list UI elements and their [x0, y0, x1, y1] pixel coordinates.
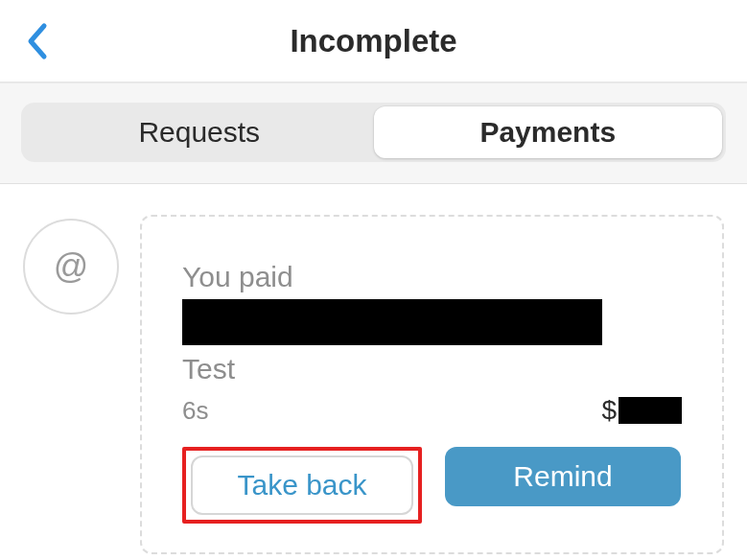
segment-control: Requests Payments	[21, 103, 726, 162]
transaction-note: Test	[182, 353, 682, 385]
page-title: Incomplete	[0, 23, 747, 59]
transaction-card: You paid Test 6s $ Take back Remind	[140, 215, 724, 554]
currency-symbol: $	[601, 395, 617, 426]
amount-redacted	[619, 397, 682, 424]
chevron-left-icon	[25, 22, 48, 60]
back-button[interactable]	[25, 22, 48, 60]
meta-row: 6s $	[182, 395, 682, 426]
content-area: @ You paid Test 6s $ Take back Remind	[0, 184, 747, 554]
action-row: Take back Remind	[182, 447, 682, 524]
take-back-button[interactable]: Take back	[191, 455, 413, 515]
tab-requests[interactable]: Requests	[25, 106, 374, 158]
remind-button[interactable]: Remind	[445, 447, 681, 506]
recipient-redacted	[182, 299, 602, 345]
timestamp: 6s	[182, 396, 208, 426]
tab-payments[interactable]: Payments	[374, 106, 723, 158]
avatar[interactable]: @	[23, 219, 119, 315]
you-paid-label: You paid	[182, 261, 682, 293]
take-back-highlight: Take back	[182, 447, 422, 524]
segment-container: Requests Payments	[0, 82, 747, 184]
amount: $	[601, 395, 682, 426]
at-sign-icon: @	[54, 246, 89, 287]
header: Incomplete	[0, 0, 747, 82]
